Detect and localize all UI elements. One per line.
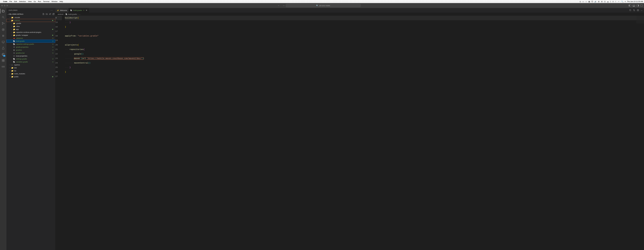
tree-item[interactable]: ›📁ios	[6, 69, 55, 72]
bluetooth-icon[interactable]: ᛒ	[610, 0, 611, 2]
code-line[interactable]	[65, 29, 644, 34]
statusbar-icon[interactable]: Ⓖ	[591, 0, 593, 3]
timeline-icon[interactable]	[629, 9, 631, 11]
statusbar-icon[interactable]: ▭	[582, 0, 584, 2]
tree-item[interactable]: 🐘build.gradleU	[6, 40, 55, 43]
toggle-panel-icon[interactable]	[633, 5, 635, 6]
new-file-icon[interactable]	[42, 13, 44, 15]
menu-selection[interactable]: Selection	[19, 0, 26, 2]
code-line[interactable]	[65, 38, 644, 43]
code-line[interactable]: ········google()	[65, 52, 644, 56]
code-line[interactable]: ········mavenCentral()	[65, 61, 644, 65]
explorer-icon[interactable]	[2, 9, 5, 13]
breadcrumb-segment[interactable]: android	[58, 13, 63, 15]
menu-run[interactable]: Run	[38, 0, 41, 2]
debug-pause-icon[interactable]	[2, 34, 5, 38]
tree-item[interactable]: ›◐cypress	[6, 63, 55, 66]
nav-back-button[interactable]: ←	[278, 4, 280, 7]
more-icon[interactable]	[2, 65, 5, 68]
refresh-icon[interactable]	[49, 13, 51, 15]
extensions-icon[interactable]	[2, 59, 5, 62]
code-line[interactable]: ········maven {url 'https://mobile.maven…	[65, 56, 644, 61]
tree-item[interactable]: ›📁.vscode	[6, 16, 55, 19]
tree-item[interactable]: 🐘capacitor.settings.gradleU	[6, 43, 55, 45]
minimap[interactable]	[636, 16, 644, 23]
statusbar-icon[interactable]: 🖥	[601, 0, 603, 2]
search-icon[interactable]: 🔍	[621, 0, 624, 2]
tab-welcome[interactable]: ⚡ Welcome	[56, 8, 69, 13]
customize-layout-icon[interactable]	[640, 5, 643, 6]
volume-icon[interactable]: 🔊	[594, 0, 596, 2]
tree-item[interactable]: 🐘variables.gradleU	[6, 60, 55, 63]
tree-item[interactable]: ›📁app	[6, 28, 55, 31]
tab-buildgradle[interactable]: 🐘 build.gradle U ✕	[69, 8, 89, 13]
split-editor-icon[interactable]	[637, 9, 639, 11]
tree-item[interactable]: ›📁capacitor-cordova-android-plugins	[6, 31, 55, 34]
command-center[interactable]: 🔍 cbl-ionic-hotels	[286, 4, 360, 7]
statusbar-icon[interactable]: ⊙	[612, 0, 614, 2]
statusbar-icon[interactable]: ▦	[588, 0, 590, 2]
run-debug-icon[interactable]	[2, 28, 5, 31]
dnd-icon[interactable]: ☾	[615, 0, 617, 2]
tree-item[interactable]: ›📁gradle / wrapper	[6, 34, 55, 37]
statusbar-icon[interactable]: ☁	[607, 0, 609, 2]
breadcrumb-segment[interactable]: build.gradle	[68, 13, 77, 15]
code-line[interactable]: }	[65, 25, 644, 29]
collapse-all-icon[interactable]	[52, 13, 54, 15]
github-icon[interactable]: 53	[2, 52, 5, 56]
app-name[interactable]: Code	[3, 0, 7, 2]
control-center-icon[interactable]: ≡	[625, 0, 626, 2]
statusbar-icon[interactable]: ⊡	[604, 0, 606, 2]
testing-icon[interactable]	[2, 46, 5, 50]
code-line[interactable]: }	[65, 70, 644, 74]
tree-item[interactable]: ›📁.gradle	[6, 22, 55, 25]
menu-help[interactable]: Help	[60, 0, 63, 2]
window-close-button[interactable]	[1, 5, 3, 6]
menu-file[interactable]: File	[10, 0, 12, 2]
code-line[interactable]: allprojects {	[65, 43, 644, 47]
tree-item[interactable]: 🗎gradlewU	[6, 48, 55, 51]
code-line[interactable]: buildscript {	[65, 16, 644, 20]
tree-item[interactable]: ⚙gradle.propertiesU	[6, 45, 55, 48]
tree-item[interactable]: 🐘settings.gradleU	[6, 57, 55, 60]
menu-terminal[interactable]: Terminal	[43, 0, 50, 2]
editor-content[interactable]: 315161718192021222324252627 buildscript …	[56, 16, 644, 250]
remote-icon[interactable]	[2, 40, 5, 44]
toggle-sidebar-left-icon[interactable]	[629, 5, 631, 6]
code-line[interactable]: ····repositories {	[65, 47, 644, 52]
toggle-sidebar-right-icon[interactable]	[636, 5, 639, 6]
tree-item[interactable]: ⌄📂android	[6, 19, 55, 22]
breadcrumb-segment[interactable]: ...	[79, 13, 80, 15]
breadcrumb[interactable]: android › 🐘 build.gradle › ...	[56, 13, 644, 16]
tree-item[interactable]: ›📁public	[6, 75, 55, 78]
tree-item[interactable]: ›📁.idea	[6, 25, 55, 28]
tree-item[interactable]: ◆.gitignoreU	[6, 37, 55, 40]
tree-item[interactable]: ›📁node_modules	[6, 72, 55, 75]
tree-item[interactable]: ⚙local.properties	[6, 54, 55, 57]
tree-item[interactable]: ⚙gradlew.batU	[6, 51, 55, 54]
menu-go[interactable]: Go	[34, 0, 36, 2]
statusbar-icon[interactable]: ☺	[585, 0, 587, 2]
window-minimize-button[interactable]	[4, 5, 6, 6]
diff-icon[interactable]	[633, 9, 635, 11]
search-icon[interactable]	[2, 15, 5, 19]
explorer-more-icon[interactable]: ···	[50, 9, 53, 11]
window-zoom-button[interactable]	[6, 5, 8, 6]
code-line[interactable]: ····}	[65, 20, 644, 25]
sidebar-section-header[interactable]: ⌄ CBL-IONIC-HOTELS	[6, 13, 55, 16]
nav-forward-button[interactable]: →	[282, 4, 285, 7]
menu-edit[interactable]: Edit	[14, 0, 17, 2]
code-line[interactable]: ····}	[65, 65, 644, 70]
code-line[interactable]: apply from: "variables.gradle"	[65, 34, 644, 38]
more-actions-icon[interactable]: ···	[641, 9, 642, 11]
source-control-icon[interactable]	[2, 22, 5, 25]
clock[interactable]: Thu Jun 13 11:33 AM	[627, 0, 643, 2]
statusbar-icon[interactable]: 🖥	[598, 0, 600, 2]
menu-window[interactable]: Window	[52, 0, 58, 2]
menu-view[interactable]: View	[28, 0, 32, 2]
wifi-icon[interactable]: ᯤ	[618, 0, 620, 2]
new-folder-icon[interactable]	[46, 13, 48, 15]
tree-item[interactable]: ›📁dist	[6, 66, 55, 69]
close-icon[interactable]: ✕	[86, 9, 87, 11]
code-line[interactable]	[65, 74, 644, 79]
